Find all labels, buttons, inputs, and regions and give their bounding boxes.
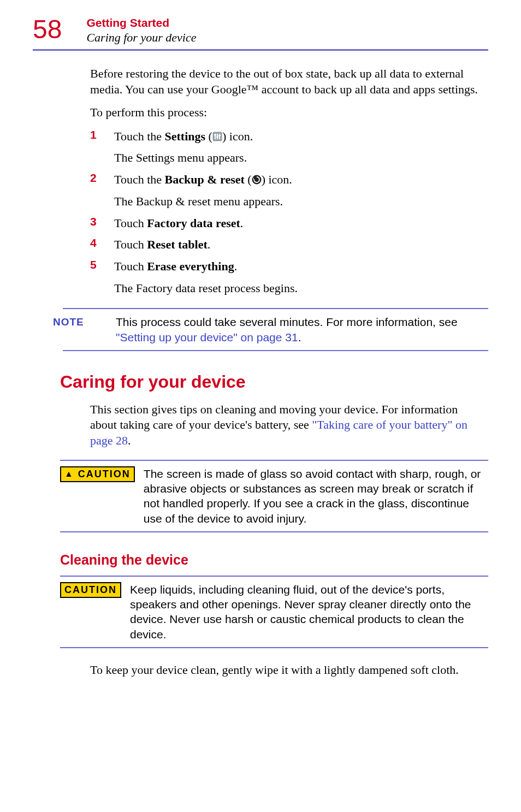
section-subtitle: Caring for your device: [86, 31, 196, 45]
step-bold: Factory data reset: [147, 216, 240, 230]
step-bold: Erase everything: [147, 259, 234, 273]
note-body: This process could take several minutes.…: [116, 315, 483, 345]
caution2-top-rule: [60, 576, 488, 577]
caution2-bottom-rule: [60, 647, 488, 648]
chapter-title: Getting Started: [86, 16, 196, 29]
intro-paragraph: Before restoring the device to the out o…: [90, 66, 483, 97]
caution2-body: Keep liquids, including cleaning fluid, …: [130, 582, 483, 642]
caution1-body: The screen is made of glass so avoid con…: [144, 466, 483, 526]
caution-badge: CAUTION: [60, 582, 121, 598]
note-label: NOTE: [53, 315, 116, 328]
step-sub-text: The Backup & reset menu appears.: [114, 193, 483, 210]
svg-rect-5: [216, 137, 218, 138]
step-text-post2: ) icon.: [262, 173, 292, 186]
svg-rect-3: [219, 134, 220, 139]
step-number: 1: [90, 128, 114, 166]
cleaning-heading: Cleaning the device: [60, 552, 483, 568]
caution2-block: CAUTION Keep liquids, including cleaning…: [90, 582, 483, 642]
step-text-pre: Touch: [114, 216, 147, 230]
step-bold: Settings: [165, 129, 206, 143]
step-text-post2: ) icon.: [222, 129, 253, 143]
caution2-label: CAUTION: [64, 584, 117, 595]
header-divider: [33, 49, 488, 51]
step-text-pre: Touch the: [114, 173, 165, 186]
caution1-bottom-rule: [60, 531, 488, 532]
note-block: NOTE This process could take several min…: [90, 315, 483, 345]
step-text-pre: Touch: [114, 238, 147, 251]
note-text1: This process could take several minutes.…: [116, 316, 458, 328]
step-sub-text: The Settings menu appears.: [114, 150, 483, 166]
svg-point-7: [252, 175, 261, 185]
to-perform-text: To perform this process:: [90, 105, 483, 121]
settings-icon: [212, 129, 222, 139]
header-titles: Getting Started Caring for your device: [86, 16, 196, 45]
step-number: 3: [90, 215, 114, 232]
caution1-top-rule: [60, 460, 488, 461]
step-number: 4: [90, 236, 114, 253]
step-2: 2 Touch the Backup & reset () icon. The …: [90, 171, 483, 209]
note-link[interactable]: "Setting up your device" on page 31: [116, 331, 298, 343]
main-content: Before restoring the device to the out o…: [33, 66, 488, 678]
step-4: 4 Touch Reset tablet.: [90, 236, 483, 253]
page-header: 58 Getting Started Caring for your devic…: [33, 16, 488, 45]
svg-rect-4: [214, 134, 216, 135]
warning-triangle-icon: ▲: [64, 469, 74, 479]
caution1-block: ▲ CAUTION The screen is made of glass so…: [90, 466, 483, 526]
step-bold: Backup & reset: [165, 173, 245, 186]
page-number: 58: [33, 16, 62, 43]
backup-reset-icon: [252, 173, 262, 182]
note-top-rule: [63, 308, 488, 309]
step-text-post: .: [240, 216, 244, 230]
step-text-post: (: [245, 173, 252, 186]
step-text-post: .: [208, 238, 211, 251]
step-text-post: .: [234, 259, 238, 273]
step-1: 1 Touch the Settings () icon. The Settin…: [90, 128, 483, 166]
caution-warning-badge: ▲ CAUTION: [60, 466, 135, 482]
note-text2: .: [298, 331, 301, 343]
step-sub-text: The Factory data reset process begins.: [114, 280, 483, 297]
caring-paragraph: This section gives tips on cleaning and …: [90, 402, 483, 449]
step-text-post: (: [205, 129, 212, 143]
caution1-label: CAUTION: [78, 469, 131, 479]
steps-list: 1 Touch the Settings () icon. The Settin…: [90, 128, 483, 297]
note-bottom-rule: [63, 350, 488, 351]
step-number: 5: [90, 258, 114, 296]
caring-text2: .: [128, 434, 131, 447]
svg-rect-6: [218, 135, 221, 136]
final-paragraph: To keep your device clean, gently wipe i…: [90, 662, 483, 678]
step-number: 2: [90, 171, 114, 209]
step-text-pre: Touch the: [114, 129, 165, 143]
step-bold: Reset tablet: [147, 238, 208, 251]
step-3: 3 Touch Factory data reset.: [90, 215, 483, 232]
step-5: 5 Touch Erase everything. The Factory da…: [90, 258, 483, 296]
caring-heading: Caring for your device: [60, 372, 483, 392]
step-text-pre: Touch: [114, 259, 147, 273]
